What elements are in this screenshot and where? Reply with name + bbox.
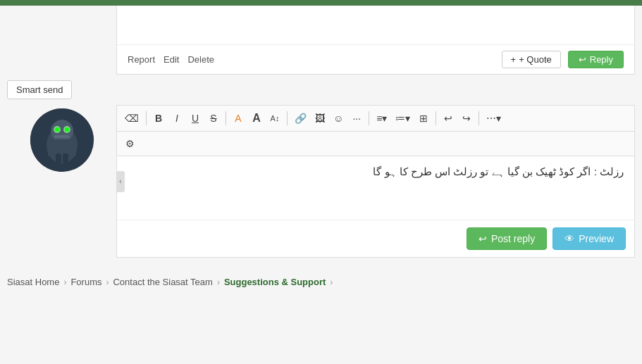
reply-icon: ↩ xyxy=(579,54,586,65)
toolbar-settings-button[interactable]: ⚙ xyxy=(121,134,138,153)
toolbar-italic-button[interactable]: I xyxy=(168,109,185,127)
emoji-icon: ☺ xyxy=(333,113,343,124)
toolbar-bold-button[interactable]: B xyxy=(150,109,167,127)
redo-icon: ↪ xyxy=(462,113,471,124)
undo-icon: ↩ xyxy=(444,113,452,124)
toolbar-eraser-button[interactable]: ⌫ xyxy=(121,109,142,127)
toolbar-sep-5 xyxy=(436,111,436,125)
edit-link[interactable]: Edit xyxy=(163,54,179,65)
bold-icon: B xyxy=(155,113,162,124)
post-actions: Report Edit Delete + + Quote ↩ Reply xyxy=(117,44,634,74)
delete-link[interactable]: Delete xyxy=(187,54,214,65)
toolbar-fontsize-button[interactable]: A xyxy=(248,109,265,127)
editor-footer: ↩ Post reply 👁 Preview xyxy=(117,220,634,257)
breadcrumb-chevron-2: › xyxy=(217,277,220,287)
smart-send-area: Smart send xyxy=(0,75,642,105)
svg-point-6 xyxy=(65,127,69,132)
svg-rect-11 xyxy=(56,153,61,163)
avatar xyxy=(30,108,94,172)
toolbar-strikethrough-button[interactable]: S xyxy=(205,109,222,127)
breadcrumb-chevron-1: › xyxy=(106,277,109,287)
post-reply-icon: ↩ xyxy=(479,233,487,244)
breadcrumb-item-2[interactable]: Contact the Siasat Team xyxy=(113,277,212,287)
editor-wrapper: ‹ ⌫ B I U S A A xyxy=(7,105,635,258)
editor-toolbar: ⌫ B I U S A A A↕ xyxy=(117,106,634,132)
toolbar-sep-4 xyxy=(369,111,369,125)
post-actions-left: Report Edit Delete xyxy=(128,54,214,65)
toolbar-underline-button[interactable]: U xyxy=(187,109,204,127)
toolbar-list-button[interactable]: ≔▾ xyxy=(392,109,414,127)
preview-icon: 👁 xyxy=(564,233,574,244)
editor-col: ⌫ B I U S A A A↕ xyxy=(116,105,635,258)
report-link[interactable]: Report xyxy=(128,54,155,65)
image-icon: 🖼 xyxy=(315,113,325,124)
eraser-icon: ⌫ xyxy=(125,113,139,124)
breadcrumb-chevron-0: › xyxy=(63,277,66,287)
toolbar-sep-2 xyxy=(226,111,226,125)
svg-rect-12 xyxy=(63,153,68,163)
toolbar-table-button[interactable]: ⊞ xyxy=(415,109,432,127)
toolbar-emoji-button[interactable]: ☺ xyxy=(330,109,347,127)
top-bar xyxy=(0,0,642,6)
reply-button[interactable]: ↩ Reply xyxy=(568,51,624,68)
quote-label: + Quote xyxy=(519,54,552,65)
toolbar-highlight-button[interactable]: A xyxy=(230,109,247,127)
smart-send-button[interactable]: Smart send xyxy=(7,80,72,99)
breadcrumb-item-0[interactable]: Siasat Home xyxy=(7,277,59,287)
plus-icon: + xyxy=(511,54,517,65)
breadcrumb: Siasat Home › Forums › Contact the Siasa… xyxy=(0,268,642,293)
post-actions-right: + + Quote ↩ Reply xyxy=(502,51,624,68)
svg-rect-7 xyxy=(54,135,70,138)
settings-icon: ⚙ xyxy=(125,138,135,149)
toolbar-redo-button[interactable]: ↪ xyxy=(458,109,475,127)
toolbar-more-button[interactable]: ··· xyxy=(348,109,365,127)
toolbar-sep-6 xyxy=(479,111,479,125)
highlight-icon: A xyxy=(235,113,241,124)
breadcrumb-item-3-active: Suggestions & Support xyxy=(224,277,326,287)
list-icon: ≔▾ xyxy=(395,113,410,124)
underline-icon: U xyxy=(192,113,199,124)
editor-content[interactable]: رزلٹ : اگر کوڈ ٹھیک بن گیا ہے تو رزلٹ اس… xyxy=(117,156,634,220)
fontsize-adjust-icon: A↕ xyxy=(271,114,280,123)
reply-label: Reply xyxy=(590,54,613,65)
toolbar-sep-1 xyxy=(146,111,147,125)
collapse-handle[interactable]: ‹ xyxy=(116,171,125,192)
svg-point-5 xyxy=(55,127,59,132)
toolbar-fontsize-adjust-button[interactable]: A↕ xyxy=(266,109,283,127)
breadcrumb-chevron-3: › xyxy=(330,277,333,287)
more-icon: ··· xyxy=(352,113,361,124)
editor-text: رزلٹ : اگر کوڈ ٹھیک بن گیا ہے تو رزلٹ اس… xyxy=(373,165,624,177)
post-reply-button[interactable]: ↩ Post reply xyxy=(467,227,547,250)
breadcrumb-item-1[interactable]: Forums xyxy=(70,277,101,287)
source-icon: ⋯▾ xyxy=(486,113,501,124)
svg-rect-10 xyxy=(51,139,73,153)
strikethrough-icon: S xyxy=(210,113,216,124)
toolbar-sep-3 xyxy=(287,111,288,125)
align-icon: ≡▾ xyxy=(376,113,387,124)
editor-toolbar-row2: ⚙ xyxy=(117,132,634,156)
post-reply-label: Post reply xyxy=(491,233,535,244)
fontsize-icon: A xyxy=(252,112,261,125)
quote-button[interactable]: + + Quote xyxy=(502,51,561,68)
preview-button[interactable]: 👁 Preview xyxy=(553,227,626,250)
link-icon: 🔗 xyxy=(295,113,307,124)
italic-icon: I xyxy=(175,113,178,124)
toolbar-align-button[interactable]: ≡▾ xyxy=(373,109,390,127)
preview-label: Preview xyxy=(579,233,614,244)
avatar-col xyxy=(7,105,116,258)
toolbar-undo-button[interactable]: ↩ xyxy=(440,109,457,127)
toolbar-source-button[interactable]: ⋯▾ xyxy=(483,109,505,127)
toolbar-image-button[interactable]: 🖼 xyxy=(311,109,328,127)
table-icon: ⊞ xyxy=(419,113,428,124)
post-content xyxy=(117,6,634,44)
toolbar-link-button[interactable]: 🔗 xyxy=(291,109,310,127)
